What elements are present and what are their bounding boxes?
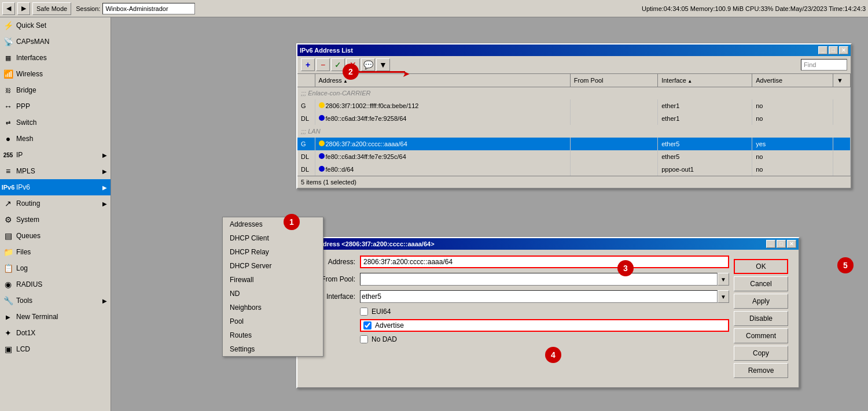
submenu-dhcp-relay[interactable]: DHCP Relay: [223, 245, 323, 259]
ipv6-icon: IPv6: [3, 183, 13, 192]
address-input[interactable]: [360, 256, 729, 268]
safe-mode-button[interactable]: Safe Mode: [32, 2, 71, 15]
row-advertise: no: [752, 99, 833, 112]
maximize-button[interactable]: □: [829, 46, 838, 54]
col-dropdown[interactable]: ▼: [833, 74, 851, 87]
ipv6-arrow: ▶: [102, 184, 107, 191]
sidebar-item-system[interactable]: ⚙ System: [0, 212, 111, 228]
sidebar-item-log[interactable]: 📋 Log: [0, 260, 111, 276]
from-pool-dropdown-btn[interactable]: ▼: [718, 273, 729, 286]
status-bar: Uptime:04:34:05 Memory:100.9 MiB CPU:33%…: [642, 5, 866, 12]
sidebar-label: Wireless: [16, 70, 107, 78]
table-row[interactable]: DLfe80::d/64pppoe-out1no: [297, 163, 851, 176]
apply-button[interactable]: Apply: [734, 294, 788, 309]
minimize-edit-button[interactable]: _: [766, 240, 775, 248]
quick-set-icon: ⚡: [3, 21, 13, 30]
sidebar: ⚡ Quick Set 📡 CAPsMAN ▦ Interfaces 📶 Wir…: [0, 17, 111, 411]
mpls-icon: ≡: [3, 166, 13, 176]
row-advertise: no: [752, 163, 833, 176]
minimize-button[interactable]: _: [818, 46, 827, 54]
forward-button[interactable]: ▶: [17, 2, 30, 15]
session-area: Session:: [76, 3, 195, 14]
sidebar-item-mesh[interactable]: ● Mesh: [0, 131, 111, 147]
sidebar-item-quick-set[interactable]: ⚡ Quick Set: [0, 17, 111, 34]
sidebar-label: RADIUS: [16, 280, 107, 288]
disable-button[interactable]: Disable: [734, 311, 788, 326]
row-interface: ether5: [658, 150, 752, 163]
new-terminal-icon: ▶: [3, 312, 13, 321]
no-dad-checkbox[interactable]: [360, 335, 368, 343]
submenu-settings[interactable]: Settings: [223, 342, 323, 356]
submenu-dhcp-client[interactable]: DHCP Client: [223, 231, 323, 245]
sidebar-item-interfaces[interactable]: ▦ Interfaces: [0, 50, 111, 66]
sidebar-item-switch[interactable]: ⇄ Switch: [0, 114, 111, 131]
row-interface: ether1: [658, 112, 752, 125]
sidebar-item-radius[interactable]: ◉ RADIUS: [0, 276, 111, 292]
sidebar-item-new-terminal[interactable]: ▶ New Terminal: [0, 309, 111, 325]
col-interface[interactable]: Interface: [658, 74, 752, 87]
queues-icon: ▤: [3, 231, 13, 240]
cancel-button[interactable]: Cancel: [734, 276, 788, 291]
from-pool-select-area: ▼: [360, 273, 729, 286]
table-row[interactable]: G2806:3f7:1002::ffff:f0ca:bebe/112ether1…: [297, 99, 851, 112]
remove-button[interactable]: Remove: [734, 363, 788, 378]
sidebar-item-capsman[interactable]: 📡 CAPsMAN: [0, 34, 111, 50]
comment-button[interactable]: Comment: [734, 328, 788, 343]
switch-icon: ⇄: [3, 118, 13, 127]
maximize-edit-button[interactable]: □: [777, 240, 786, 248]
submenu-nd[interactable]: ND: [223, 287, 323, 301]
sidebar-item-tools[interactable]: 🔧 Tools ▶: [0, 292, 111, 309]
row-advertise: yes: [752, 138, 833, 150]
from-pool-input[interactable]: [360, 273, 718, 286]
lcd-icon: ▣: [3, 345, 13, 354]
sidebar-label: Bridge: [16, 86, 107, 94]
badge-3: 3: [617, 260, 634, 276]
row-advertise: no: [752, 150, 833, 163]
submenu-pool[interactable]: Pool: [223, 314, 323, 328]
badge-1: 1: [284, 214, 300, 230]
remove-button[interactable]: −: [316, 58, 330, 71]
ok-button[interactable]: OK: [734, 259, 788, 274]
table-row[interactable]: DLfe80::c6ad:34ff:fe7e:925c/64ether5no: [297, 150, 851, 163]
sidebar-label: Tools: [16, 297, 99, 305]
advertise-label: Advertise: [375, 321, 404, 329]
advertise-checkbox[interactable]: [363, 321, 372, 329]
row-from-pool: [570, 112, 657, 125]
eui64-checkbox[interactable]: [360, 308, 368, 316]
addr-list-status: 5 items (1 selected): [297, 176, 851, 188]
sidebar-item-lcd[interactable]: ▣ LCD: [0, 341, 111, 357]
sidebar-label: Queues: [16, 232, 107, 240]
sidebar-item-mpls[interactable]: ≡ MPLS ▶: [0, 163, 111, 179]
submenu-routes[interactable]: Routes: [223, 328, 323, 342]
submenu-addresses[interactable]: Addresses: [223, 217, 323, 231]
table-row[interactable]: G2806:3f7:a200:cccc::aaaa/64ether5yes: [297, 138, 851, 150]
close-button[interactable]: ✕: [839, 46, 848, 54]
add-button[interactable]: +: [301, 58, 315, 71]
sidebar-item-ppp[interactable]: ↔ PPP: [0, 98, 111, 114]
interface-input[interactable]: [360, 290, 718, 303]
submenu-neighbors[interactable]: Neighbors: [223, 301, 323, 314]
copy-button[interactable]: Copy: [734, 346, 788, 361]
sidebar-item-bridge[interactable]: ⛓ Bridge: [0, 82, 111, 98]
interface-select-area: ▼: [360, 290, 729, 303]
sidebar-item-ip[interactable]: 255 IP ▶: [0, 147, 111, 163]
sidebar-item-dot1x[interactable]: ✦ Dot1X: [0, 325, 111, 341]
interface-dropdown-btn[interactable]: ▼: [718, 290, 729, 303]
session-input[interactable]: [102, 3, 195, 14]
sidebar-item-wireless[interactable]: 📶 Wireless: [0, 66, 111, 82]
sidebar-item-routing[interactable]: ↗ Routing ▶: [0, 195, 111, 212]
table-row[interactable]: DLfe80::c6ad:34ff:fe7e:9258/64ether1no: [297, 112, 851, 125]
sidebar-label: CAPsMAN: [16, 38, 107, 46]
back-button[interactable]: ◀: [2, 2, 15, 15]
sidebar-label: New Terminal: [16, 313, 107, 321]
submenu-dhcp-server[interactable]: DHCP Server: [223, 259, 323, 273]
sidebar-item-queues[interactable]: ▤ Queues: [0, 228, 111, 244]
close-edit-button[interactable]: ✕: [787, 240, 796, 248]
row-address: fe80::c6ad:34ff:fe7e:9258/64: [315, 112, 570, 125]
sidebar-item-files[interactable]: 📁 Files: [0, 244, 111, 260]
sidebar-label: Dot1X: [16, 329, 107, 337]
sidebar-item-ipv6[interactable]: IPv6 IPv6 ▶: [0, 179, 111, 195]
sidebar-label: PPP: [16, 102, 107, 110]
submenu-firewall[interactable]: Firewall: [223, 273, 323, 287]
row-empty: [833, 163, 851, 176]
